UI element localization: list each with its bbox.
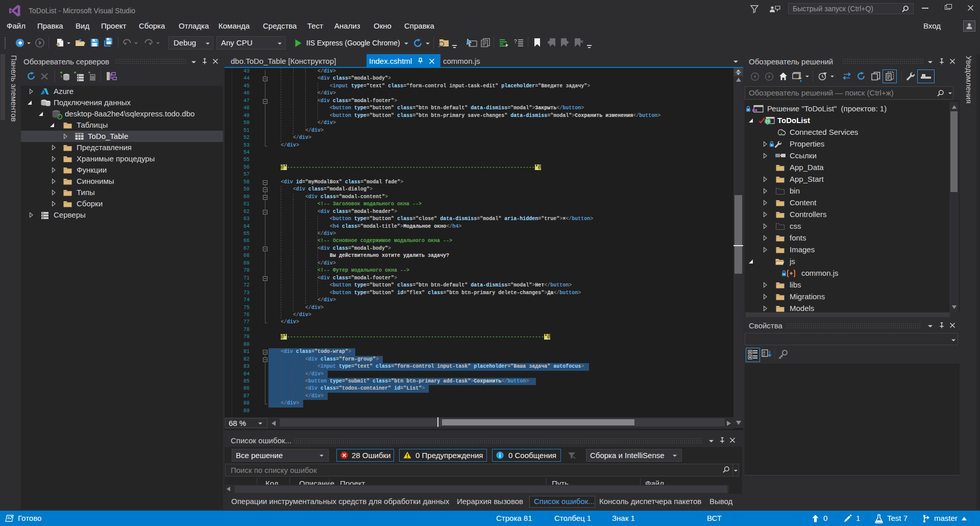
svg-text:Z: Z bbox=[763, 353, 766, 357]
svg-text:?: ? bbox=[514, 39, 517, 44]
